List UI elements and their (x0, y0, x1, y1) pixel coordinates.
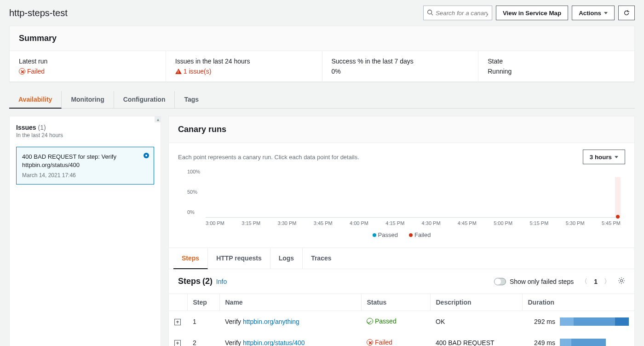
step-description[interactable]: 400 BAD REQUEST (436, 339, 494, 346)
duration-bar (560, 339, 606, 346)
steps-title-wrap: Steps (2) Info (178, 277, 227, 286)
latest-run-value: Failed (19, 68, 156, 75)
actions-button[interactable]: Actions (572, 6, 615, 20)
y-tick: 100% (187, 169, 200, 174)
subtab-traces[interactable]: Traces (303, 248, 339, 269)
chart-point-failed[interactable] (616, 215, 620, 219)
col-description[interactable]: Description (430, 294, 522, 311)
chart-selection-bar (615, 177, 621, 217)
chart-hint: Each point represents a canary run. Clic… (178, 154, 359, 161)
issues-24h-value: 1 issue(s) (175, 68, 313, 75)
table-settings-button[interactable] (618, 277, 625, 286)
pager: 〈 1 〉 (581, 277, 610, 286)
status-passed: Passed (367, 317, 397, 325)
chart-legend: Passed Failed (178, 231, 625, 238)
issue-title: 400 BAD REQUEST for step: Verify httpbin… (22, 153, 148, 169)
duration-value: 292 ms (528, 318, 555, 325)
col-status[interactable]: Status (361, 294, 430, 311)
legend-failed: Failed (409, 231, 431, 238)
status-failed: Failed (367, 339, 392, 346)
duration-cell: 292 ms (528, 317, 629, 326)
search-icon (427, 9, 433, 17)
refresh-button[interactable] (618, 6, 635, 20)
tab-configuration[interactable]: Configuration (114, 91, 175, 108)
expand-row-button[interactable]: + (174, 340, 181, 346)
expand-row-button[interactable]: + (174, 319, 181, 325)
failed-steps-toggle[interactable]: Show only failed steps (494, 278, 574, 285)
tab-tags[interactable]: Tags (175, 91, 208, 108)
tab-monitoring[interactable]: Monitoring (62, 91, 114, 108)
summary-row: Latest run Failed Issues in the last 24 … (10, 51, 634, 81)
time-range-dropdown[interactable]: 3 hours (583, 150, 625, 164)
x-tick: 4:15 PM (385, 220, 404, 226)
y-tick: 50% (187, 189, 197, 195)
svg-point-0 (428, 10, 432, 14)
col-name[interactable]: Name (219, 294, 361, 311)
step-name: Verify httpbin.org/status/400 (219, 332, 361, 346)
summary-title: Summary (19, 34, 625, 43)
x-labels: 3:00 PM 3:15 PM 3:30 PM 3:45 PM 4:00 PM … (206, 220, 621, 226)
success-7d-label: Success % in the last 7 days (332, 58, 469, 65)
view-service-map-button[interactable]: View in Service Map (496, 6, 568, 20)
actions-label: Actions (579, 10, 601, 17)
success-7d-value: 0% (332, 68, 469, 75)
issue-card[interactable]: 400 BAD REQUEST for step: Verify httpbin… (16, 147, 154, 185)
step-url-link[interactable]: httpbin.org/anything (243, 318, 299, 325)
x-tick: 3:00 PM (206, 220, 224, 226)
pager-prev[interactable]: 〈 (581, 277, 587, 286)
issues-title: Issues (16, 124, 36, 131)
tab-availability[interactable]: Availability (9, 91, 62, 109)
col-duration[interactable]: Duration (522, 294, 634, 311)
warning-icon (175, 69, 182, 74)
table-row: + 2 Verify httpbin.org/status/400 Failed… (169, 332, 634, 346)
duration-bar (560, 317, 629, 326)
canary-runs-chart: Each point represents a canary run. Clic… (169, 143, 634, 248)
status-text: Passed (375, 317, 397, 325)
x-tick: 4:30 PM (422, 220, 441, 226)
pager-next[interactable]: 〉 (604, 277, 610, 286)
latest-run-text: Failed (27, 68, 45, 75)
x-tick: 4:45 PM (458, 220, 477, 226)
col-step[interactable]: Step (187, 294, 219, 311)
table-row: + 1 Verify httpbin.org/anything Passed O… (169, 311, 634, 333)
summary-success-7d: Success % in the last 7 days 0% (322, 51, 479, 81)
svg-point-2 (621, 280, 623, 282)
gear-icon (618, 277, 625, 284)
page-title: http-steps-test (9, 8, 68, 18)
x-tick: 5:45 PM (602, 220, 621, 226)
legend-failed-label: Failed (414, 231, 431, 238)
summary-issues-24h: Issues in the last 24 hours 1 issue(s) (166, 51, 322, 81)
time-range-label: 3 hours (590, 154, 612, 161)
issue-selected-icon (144, 153, 149, 158)
latest-run-label: Latest run (19, 58, 156, 65)
step-url-link[interactable]: httpbin.org/status/400 (243, 339, 305, 346)
scroll-up-button[interactable]: ▴ (155, 116, 161, 122)
header-controls: View in Service Map Actions (423, 6, 635, 20)
canary-search[interactable] (423, 6, 492, 20)
step-number: 2 (187, 332, 219, 346)
steps-table: Step Name Status Description Duration + … (169, 294, 634, 346)
subtab-http-requests[interactable]: HTTP requests (208, 248, 270, 269)
error-icon (19, 68, 25, 75)
chart-top: Each point represents a canary run. Clic… (178, 150, 625, 164)
subtab-steps[interactable]: Steps (173, 248, 208, 269)
duration-value: 249 ms (528, 339, 555, 346)
duration-cell: 249 ms (528, 339, 629, 346)
toggle-icon (494, 278, 506, 285)
search-input[interactable] (423, 6, 492, 20)
toggle-label: Show only failed steps (510, 278, 574, 285)
step-name: Verify httpbin.org/anything (219, 311, 361, 333)
state-value: Running (488, 68, 625, 75)
subtab-logs[interactable]: Logs (270, 248, 303, 269)
summary-latest-run: Latest run Failed (10, 51, 166, 81)
steps-controls: Show only failed steps 〈 1 〉 (494, 277, 625, 286)
summary-panel: Summary Latest run Failed Issues in the … (9, 26, 635, 82)
issues-subtitle: In the last 24 hours (16, 132, 154, 138)
error-icon (367, 339, 373, 346)
chart-plot[interactable]: 100% 50% 0% 3:00 PM 3:15 PM 3:30 PM 3:45… (178, 169, 625, 229)
canary-runs-panel: Canary runs Each point represents a cana… (168, 116, 635, 346)
main-tabs: Availability Monitoring Configuration Ta… (9, 91, 635, 109)
issues-24h-text: 1 issue(s) (184, 68, 212, 75)
steps-info-link[interactable]: Info (216, 278, 227, 285)
x-tick: 5:00 PM (494, 220, 512, 226)
